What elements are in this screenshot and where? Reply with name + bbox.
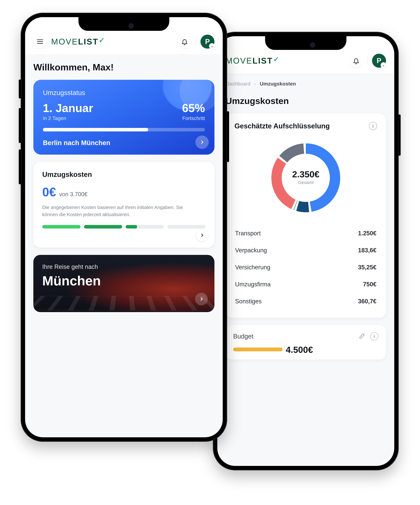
cost-segment: [84, 225, 122, 228]
breakdown-value: 360,7€: [358, 298, 376, 305]
status-open-button[interactable]: [195, 136, 209, 149]
cost-segment: [167, 225, 206, 228]
chevron-right-icon: [200, 140, 205, 145]
header-divider: [367, 57, 368, 65]
breadcrumb-prev[interactable]: Dashboard: [226, 81, 251, 87]
logo-thin: MOVE: [226, 56, 252, 65]
cost-segment: [126, 225, 164, 228]
budget-title: Budget: [233, 333, 253, 340]
costs-segments: [42, 225, 206, 228]
costs-of: von 3.700€: [59, 191, 88, 198]
breakdown-value: 750€: [363, 281, 376, 288]
app-logo: MOVELIST✓: [226, 56, 280, 65]
breadcrumb-current: Umzugskosten: [260, 81, 296, 87]
budget-amount: 4.500€: [286, 345, 313, 355]
app-logo: MOVELIST✓: [51, 37, 105, 46]
costs-note: Die angegebenen Kosten basieren auf Ihre…: [42, 204, 189, 218]
budget-card: Budget i 4.500€: [226, 325, 386, 360]
info-icon[interactable]: i: [369, 122, 377, 130]
costs-open-button[interactable]: [196, 229, 208, 241]
budget-bar: [233, 347, 282, 351]
bell-icon: [353, 57, 360, 64]
status-percent-label: Fortschritt: [182, 115, 205, 121]
hamburger-icon: [37, 39, 43, 44]
donut-total: 2.350€: [292, 169, 319, 179]
donut-slice: [271, 158, 296, 209]
breakdown-value: 1.250€: [358, 230, 376, 237]
breakdown-value: 35,25€: [358, 264, 376, 271]
page-title: Umzugskosten: [226, 96, 289, 106]
avatar-initial: P: [205, 38, 210, 46]
decorative-lanes: [33, 296, 214, 310]
destination-card[interactable]: Ihre Reise geht nach München: [33, 255, 214, 312]
bell-icon: [181, 38, 188, 45]
cost-segment: [42, 225, 81, 228]
costs-title: Umzugskosten: [42, 170, 206, 178]
donut-slice: [296, 201, 309, 212]
welcome-heading: Willkommen, Max!: [33, 62, 214, 72]
status-route: Berlin nach München: [43, 139, 205, 147]
breakdown-list: Transport1.250€Verpackung183,6€Versicher…: [234, 225, 377, 310]
status-title: Umzugsstatus: [43, 89, 205, 97]
logo-thin: MOVE: [51, 37, 78, 46]
breakdown-title: Geschätzte Aufschlüsselung: [234, 122, 330, 130]
breakdown-row: Transport1.250€: [234, 225, 377, 242]
status-date: 1. Januar: [43, 102, 93, 114]
chevron-right-icon: [199, 297, 204, 302]
donut-total-label: Gesamt: [292, 180, 319, 185]
breakdown-label: Transport: [235, 230, 261, 237]
breakdown-row: Versicherung35,25€: [234, 259, 377, 276]
destination-open-button[interactable]: [195, 293, 208, 305]
edit-icon[interactable]: [359, 332, 366, 339]
notifications-button[interactable]: [178, 35, 191, 48]
destination-city: München: [42, 273, 206, 289]
phone-back: MOVELIST✓ P ⌄ Dashboard › Umzugskosten U…: [213, 32, 399, 470]
breadcrumb: Dashboard › Umzugskosten: [226, 81, 386, 88]
info-icon[interactable]: i: [370, 332, 378, 340]
breakdown-label: Sonstiges: [235, 298, 262, 305]
notifications-button[interactable]: [350, 54, 363, 67]
costs-amount: 0€: [42, 185, 56, 199]
phone-front: MOVELIST✓ P ⌄ Willkommen, Max! Umzugssta…: [21, 13, 227, 442]
logo-check-icon: ✓: [99, 36, 105, 44]
breakdown-label: Versicherung: [235, 264, 270, 271]
logo-check-icon: ✓: [273, 55, 280, 63]
breakdown-label: Verpackung: [235, 247, 267, 254]
profile-avatar[interactable]: P ⌄: [372, 54, 386, 68]
logo-bold: LIST: [78, 37, 99, 46]
donut-slice: [279, 144, 304, 162]
chevron-right-icon: ›: [254, 81, 256, 87]
cost-donut-chart: 2.350€ Gesamt: [234, 133, 377, 221]
profile-avatar[interactable]: P ⌄: [201, 35, 214, 49]
breakdown-row: Verpackung183,6€: [234, 242, 377, 259]
chevron-right-icon: [200, 233, 205, 238]
breakdown-card: Geschätzte Aufschlüsselung i 2.350€ Gesa…: [226, 113, 386, 318]
breakdown-row: Sonstiges360,7€: [234, 293, 377, 310]
chevron-down-icon: ⌄: [209, 43, 215, 49]
move-status-card[interactable]: Umzugsstatus 1. Januar in 2 Tagen 65% Fo…: [33, 80, 214, 155]
menu-button[interactable]: [33, 35, 47, 48]
status-progressbar: [43, 128, 205, 131]
breakdown-value: 183,6€: [358, 247, 376, 254]
destination-subtitle: Ihre Reise geht nach: [42, 264, 206, 270]
breakdown-row: Umzugsfirma750€: [234, 276, 377, 293]
breakdown-label: Umzugsfirma: [235, 281, 271, 288]
costs-card[interactable]: Umzugskosten 0€ von 3.700€ Die angegeben…: [33, 162, 214, 248]
logo-bold: LIST: [252, 56, 273, 65]
chevron-down-icon: ⌄: [381, 62, 386, 68]
header-divider: [196, 38, 196, 46]
status-days: in 2 Tagen: [43, 115, 93, 121]
avatar-initial: P: [377, 57, 381, 65]
